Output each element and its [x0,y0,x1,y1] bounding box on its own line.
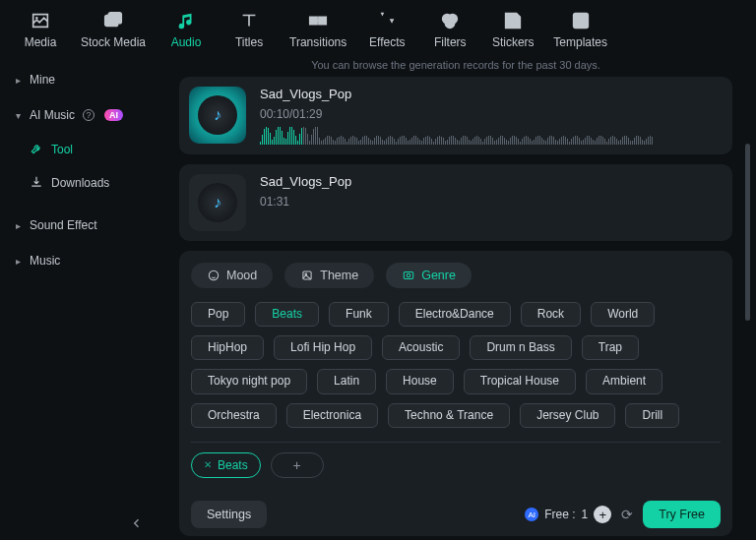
tab-genre[interactable]: Genre [386,263,472,288]
genre-tag[interactable]: Ambient [586,369,662,393]
genre-tag[interactable]: Lofi Hip Hop [274,335,372,360]
music-note-icon: ♪ [214,106,221,124]
nav-templates[interactable]: Templates [553,6,607,49]
settings-button[interactable]: Settings [191,501,267,528]
selected-tag[interactable]: ✕Beats [191,452,261,478]
genre-panel: MoodThemeGenre PopBeatsFunkElectro&Dance… [179,251,732,536]
chevron-down-icon [16,110,22,121]
nav-effects[interactable]: Effects [364,6,410,49]
nav-transitions[interactable]: Transitions [289,6,346,49]
genre-tag[interactable]: Drill [625,403,679,428]
titles-icon [238,10,260,31]
nav-audio[interactable]: Audio [163,6,209,49]
theme-icon [300,269,314,282]
svg-point-13 [407,273,410,277]
remove-icon[interactable]: ✕ [204,459,212,470]
genre-tag[interactable]: Tropical House [464,369,576,393]
chevron-right-icon [16,256,22,267]
svg-rect-8 [573,14,588,29]
genre-tag[interactable]: Pop [191,302,245,327]
genre-tag[interactable]: Acoustic [382,335,460,360]
media-icon [30,10,51,31]
genre-tag[interactable]: Beats [255,302,319,327]
sidebar-item-label: Music [30,254,60,268]
chevron-right-icon [16,75,22,86]
sidebar: MineAI Music?AIToolDownloadsSound Effect… [0,55,158,540]
genre-tag[interactable]: Trap [582,335,639,360]
free-label: Free : [544,508,575,521]
svg-point-7 [446,19,455,28]
refresh-icon[interactable]: ⟳ [621,507,633,522]
genre-tag[interactable]: House [386,369,454,393]
selected-tags: ✕Beats+ [191,452,721,478]
stickers-icon [502,10,524,31]
sidebar-item-label: Sound Effect [30,218,97,232]
panel-footer: Settings AI Free : 1 + ⟳ Try Free [191,491,721,528]
genre-icon [402,269,415,282]
track-title: Sad_Vlogs_Pop [260,174,723,189]
nav-label: Stickers [492,35,535,49]
nav-label: Filters [434,35,467,49]
track-info: Sad_Vlogs_Pop00:10/01:29 [260,87,723,145]
tab-mood[interactable]: Mood [191,263,273,288]
track-thumbnail: ♪ [189,174,246,231]
nav-stickers[interactable]: Stickers [490,6,536,49]
nav-stock-media[interactable]: Stock Media [81,6,146,49]
free-credits-indicator: AI Free : 1 + [525,506,611,523]
nav-label: Titles [235,35,263,49]
mood-icon [207,269,220,282]
scrollbar[interactable] [745,144,750,321]
genre-tag[interactable]: Orchestra [191,403,277,428]
genre-tag[interactable]: Rock [521,302,581,327]
nav-label: Media [25,35,57,49]
sidebar-item-ai-music[interactable]: AI Music?AI [6,98,152,132]
track-thumbnail: ♪ [189,87,246,144]
track-time: 01:31 [260,195,723,209]
genre-tag[interactable]: Funk [329,302,389,327]
sidebar-sub-tool[interactable]: Tool [6,134,152,165]
genre-tag[interactable]: Tokyo night pop [191,369,307,393]
track-title: Sad_Vlogs_Pop [260,87,723,101]
genre-tag[interactable]: Drum n Bass [470,335,571,360]
svg-rect-4 [319,17,326,24]
waveform[interactable] [260,127,723,145]
add-credits-button[interactable]: + [594,506,611,523]
genre-tag[interactable]: HipHop [191,335,264,360]
genre-tag[interactable]: Electronica [286,403,378,428]
sidebar-item-label: AI Music [30,108,75,122]
track-item[interactable]: ♪Sad_Vlogs_Pop00:10/01:29 [179,77,732,154]
svg-point-0 [35,17,37,19]
sidebar-item-label: Mine [30,73,55,87]
tool-icon [30,142,43,158]
svg-rect-3 [310,17,317,24]
genre-tag[interactable]: World [591,302,655,327]
filters-icon [439,10,461,31]
stock-media-icon [102,10,124,31]
sidebar-collapse-button[interactable] [126,512,148,534]
nav-media[interactable]: Media [18,6,63,49]
genre-tag-list: PopBeatsFunkElectro&DanceRockWorldHipHop… [191,302,721,428]
tab-label: Theme [320,269,358,282]
add-tag-button[interactable]: + [271,452,324,478]
transitions-icon [307,10,329,31]
track-info: Sad_Vlogs_Pop01:31 [260,174,723,231]
svg-point-9 [209,270,218,279]
genre-tag[interactable]: Electro&Dance [399,302,511,327]
sidebar-sub-label: Downloads [51,176,109,190]
chevron-right-icon [16,220,22,231]
help-icon[interactable]: ? [83,109,94,121]
genre-tag[interactable]: Jersey Club [520,403,615,428]
genre-tag[interactable]: Latin [317,369,376,393]
sidebar-item-mine[interactable]: Mine [6,63,152,96]
sidebar-item-sound-effect[interactable]: Sound Effect [6,209,152,242]
ai-badge: AI [104,109,123,121]
track-item[interactable]: ♪Sad_Vlogs_Pop01:31 [179,164,732,241]
genre-tag[interactable]: Techno & Trance [388,403,510,428]
nav-filters[interactable]: Filters [427,6,472,49]
try-free-button[interactable]: Try Free [643,501,721,528]
sidebar-sub-label: Tool [51,143,73,156]
nav-titles[interactable]: Titles [226,6,272,49]
sidebar-item-music[interactable]: Music [6,244,152,277]
sidebar-sub-downloads[interactable]: Downloads [6,167,152,199]
tab-theme[interactable]: Theme [284,263,374,288]
